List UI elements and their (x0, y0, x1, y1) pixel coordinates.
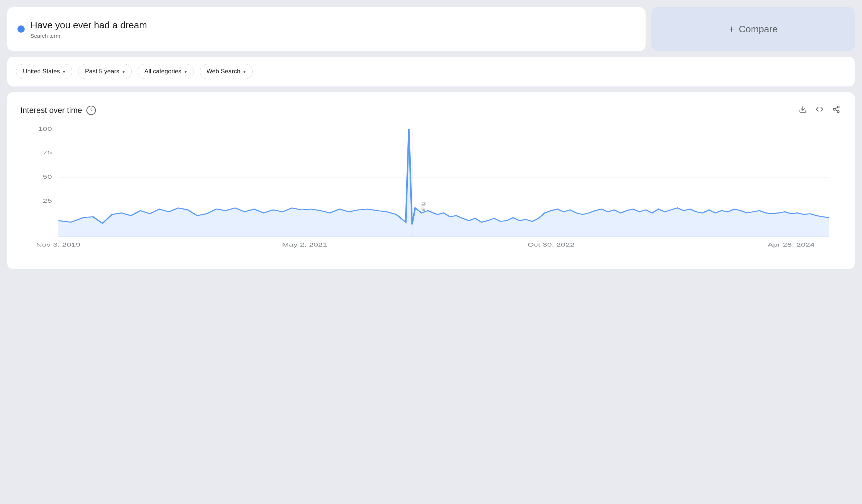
compare-label: Compare (739, 24, 778, 35)
y-label-100: 100 (38, 126, 52, 131)
x-label-1: Nov 3, 2019 (36, 242, 80, 247)
chart-actions (797, 104, 842, 117)
note-text: Note (420, 202, 428, 211)
y-label-50: 50 (43, 174, 52, 180)
search-type-filter-button[interactable]: Web Search ▾ (200, 64, 253, 79)
search-text-group: Have you ever had a dream Search term (31, 19, 147, 39)
chart-area-fill (58, 129, 829, 237)
y-label-25: 25 (43, 198, 52, 203)
svg-line-4 (835, 110, 837, 111)
region-filter-button[interactable]: United States ▾ (16, 64, 72, 79)
filters-card: United States ▾ Past 5 years ▾ All categ… (7, 57, 855, 86)
chart-svg: 100 75 50 25 Note Nov 3, 2019 May 2, 202… (20, 125, 842, 256)
y-label-75: 75 (43, 150, 52, 155)
category-filter-button[interactable]: All categories ▾ (138, 64, 194, 79)
time-filter-arrow: ▾ (122, 69, 125, 74)
region-filter-arrow: ▾ (63, 69, 65, 74)
search-dot (17, 25, 25, 33)
x-label-3: Oct 30, 2022 (528, 242, 574, 247)
chart-container: 100 75 50 25 Note Nov 3, 2019 May 2, 202… (20, 125, 842, 256)
search-term-card: Have you ever had a dream Search term (7, 7, 646, 51)
share-button[interactable] (831, 104, 842, 117)
embed-button[interactable] (814, 104, 825, 117)
time-filter-button[interactable]: Past 5 years ▾ (78, 64, 132, 79)
chart-line-path (58, 129, 829, 225)
svg-line-5 (835, 107, 837, 109)
search-term-title: Have you ever had a dream (31, 19, 147, 32)
compare-plus-icon: + (728, 23, 734, 35)
compare-card[interactable]: + Compare (651, 7, 855, 51)
chart-card: Interest over time ? (7, 92, 855, 269)
chart-title-group: Interest over time ? (20, 106, 96, 115)
chart-title: Interest over time (20, 106, 82, 115)
search-type-filter-label: Web Search (207, 68, 240, 75)
download-button[interactable] (797, 104, 808, 117)
x-label-4: Apr 28, 2024 (768, 242, 815, 247)
time-filter-label: Past 5 years (85, 68, 119, 75)
search-type-filter-arrow: ▾ (243, 69, 246, 74)
help-icon[interactable]: ? (86, 106, 96, 115)
chart-header: Interest over time ? (20, 104, 842, 117)
category-filter-label: All categories (145, 68, 182, 75)
category-filter-arrow: ▾ (184, 69, 187, 74)
search-term-label: Search term (31, 33, 147, 39)
region-filter-label: United States (23, 68, 60, 75)
x-label-2: May 2, 2021 (282, 242, 327, 247)
